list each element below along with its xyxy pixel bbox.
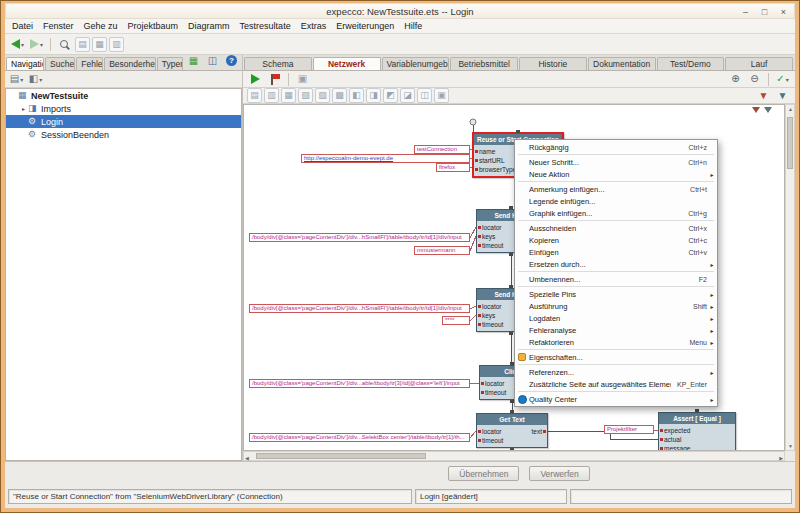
- value-label[interactable]: /body/div[@class='pageContentDiv']/div..…: [249, 304, 470, 313]
- value-label[interactable]: http://especcoalm-demo-evept.de: [301, 154, 470, 163]
- stop-button[interactable]: [266, 71, 283, 88]
- input-pin[interactable]: [478, 244, 481, 247]
- diagram-tool-12[interactable]: ▣: [434, 88, 449, 103]
- back-button[interactable]: ▾: [9, 36, 26, 53]
- context-menu-item-legende-einf-gen[interactable]: Legende einfügen...: [515, 195, 717, 207]
- value-label[interactable]: /body/div[@class='pageContentDiv']/div..…: [249, 233, 470, 242]
- toolbar-icon-1[interactable]: ▤: [75, 37, 90, 52]
- value-label[interactable]: Projektfilter: [604, 425, 654, 434]
- toolbar-icon-2[interactable]: ▦: [92, 37, 107, 52]
- context-menu-item-neuer-schritt[interactable]: Neuer Schritt...Ctrl+n: [515, 156, 717, 168]
- tab-netzwerk[interactable]: Netzwerk: [313, 57, 381, 70]
- titlebar[interactable]: expecco: NewTestsuite.ets -- Login –□×: [5, 3, 795, 19]
- input-pin[interactable]: [481, 391, 484, 394]
- tab-historie[interactable]: Historie: [519, 57, 587, 70]
- help-button[interactable]: ?: [223, 55, 240, 69]
- context-menu-item-neue-aktion[interactable]: Neue Aktion▸: [515, 168, 717, 180]
- context-menu-item-ausf-hrung[interactable]: AusführungShift▸: [515, 300, 717, 312]
- tab-schema[interactable]: Schema: [244, 57, 312, 70]
- tab-lauf[interactable]: Lauf: [725, 57, 793, 70]
- input-pin[interactable]: [478, 323, 481, 326]
- tab-suchen[interactable]: Suchen: [45, 57, 75, 70]
- context-menu-item-eigenschaften[interactable]: Eigenschaften...: [515, 351, 717, 363]
- syntax-check-button[interactable]: ✓▾: [774, 71, 791, 88]
- diagram-tool-10[interactable]: ◪: [400, 88, 415, 103]
- input-pin[interactable]: [478, 430, 481, 433]
- diagram-tool-1[interactable]: ▤: [247, 88, 262, 103]
- value-label[interactable]: mmustermann: [414, 246, 470, 255]
- tab-variablenumgebung[interactable]: Variablenumgebung: [382, 57, 450, 70]
- context-menu-item-fehleranalyse[interactable]: Fehleranalyse▸: [515, 324, 717, 336]
- context-menu-item-einf-gen[interactable]: EinfügenCtrl+v: [515, 246, 717, 258]
- context-menu-item-kopieren[interactable]: KopierenCtrl+c: [515, 234, 717, 246]
- diagram-tool-6[interactable]: ▩: [332, 88, 347, 103]
- value-label[interactable]: /body/div[@class='pageContentDiv']/div..…: [249, 433, 470, 442]
- maximize-button[interactable]: □: [755, 5, 774, 18]
- menubar-fenster[interactable]: Fenster: [38, 20, 79, 32]
- toolbar-icon-3[interactable]: ▥: [109, 37, 124, 52]
- input-pin[interactable]: [660, 447, 663, 450]
- search-button[interactable]: [56, 36, 73, 53]
- tab-betriebsmittel[interactable]: Betriebsmittel: [450, 57, 518, 70]
- block-get-text[interactable]: Get Textlocatortexttimeout: [476, 413, 548, 448]
- discard-button[interactable]: Verwerfen: [529, 466, 589, 481]
- category-dropdown[interactable]: ◧▾: [27, 71, 44, 88]
- context-menu-item-graphik-einf-gen[interactable]: Graphik einfügen...Ctrl+g: [515, 207, 717, 219]
- menubar-erweiterungen[interactable]: Erweiterungen: [331, 20, 399, 32]
- zoom-in-button[interactable]: ⊕: [727, 71, 744, 88]
- split-view-icon[interactable]: ◫: [204, 55, 221, 69]
- diagram-tool-8[interactable]: ◨: [366, 88, 381, 103]
- input-pin[interactable]: [475, 150, 478, 153]
- menubar-projektbaum[interactable]: Projektbaum: [123, 20, 184, 32]
- tab-navigation[interactable]: Navigation: [6, 57, 44, 70]
- context-menu-item-ausschneiden[interactable]: AusschneidenCtrl+x: [515, 222, 717, 234]
- context-menu-item-zus-tzliche-seite-auf-ausgew-hltes-element[interactable]: Zusätzliche Seite auf ausgewähltes Eleme…: [515, 378, 717, 390]
- tab-besonderheiten[interactable]: Besonderheiten: [104, 57, 156, 70]
- input-pin[interactable]: [481, 382, 484, 385]
- context-menu-item-refaktorieren[interactable]: RefaktorierenMenu▸: [515, 336, 717, 348]
- toolbar-icon-4[interactable]: ▣: [294, 71, 311, 88]
- context-menu-item-quality-center[interactable]: Quality Center▸: [515, 393, 717, 405]
- tree-item-sessionbeenden[interactable]: ⚙SessionBeenden: [6, 128, 241, 141]
- context-menu-item-anmerkung-einf-gen[interactable]: Anmerkung einfügen...Ctrl+t: [515, 183, 717, 195]
- tree-item-newtestsuite[interactable]: ▦NewTestsuite: [6, 89, 241, 102]
- value-label[interactable]: ****: [442, 316, 470, 325]
- context-menu-item-logdaten[interactable]: Logdaten▸: [515, 312, 717, 324]
- value-label[interactable]: /body/div[@class='pageContentDiv']/div..…: [249, 379, 470, 388]
- tab-fehler[interactable]: Fehler: [76, 57, 103, 70]
- tab-typen[interactable]: Typen: [157, 57, 183, 70]
- scroll-up-icon[interactable]: ▲: [788, 105, 793, 113]
- diagram-tool-4[interactable]: ▧: [298, 88, 313, 103]
- input-pin[interactable]: [660, 429, 663, 432]
- input-pin[interactable]: [478, 226, 481, 229]
- input-pin[interactable]: [475, 168, 478, 171]
- menubar-testresultate[interactable]: Testresultate: [235, 20, 296, 32]
- forward-button[interactable]: ▾: [28, 36, 45, 53]
- diagram-tool-9[interactable]: ◩: [383, 88, 398, 103]
- input-pin[interactable]: [475, 159, 478, 162]
- horizontal-scroll-thumb[interactable]: [256, 453, 426, 459]
- scroll-down-icon[interactable]: ▼: [788, 442, 793, 450]
- menubar-gehe-zu[interactable]: Gehe zu: [79, 20, 123, 32]
- input-pin[interactable]: [660, 438, 663, 441]
- menubar-extras[interactable]: Extras: [296, 20, 332, 32]
- tree-item-login[interactable]: ⚙Login: [6, 115, 241, 128]
- diagram-tool-2[interactable]: ▥: [264, 88, 279, 103]
- input-pin[interactable]: [478, 439, 481, 442]
- input-pin[interactable]: [478, 235, 481, 238]
- tab-test-demo[interactable]: Test/Demo: [657, 57, 725, 70]
- context-menu-item-umbenennen[interactable]: Umbenennen...F2: [515, 273, 717, 285]
- vertical-scroll-thumb[interactable]: [787, 117, 793, 169]
- minimize-button[interactable]: –: [736, 5, 755, 18]
- diagram-tool-11[interactable]: ◫: [417, 88, 432, 103]
- input-pin[interactable]: [478, 314, 481, 317]
- diagram-tool-3[interactable]: ▦: [281, 88, 296, 103]
- context-menu-item-ersetzen-durch[interactable]: Ersetzen durch...▸: [515, 258, 717, 270]
- menubar-diagramm[interactable]: Diagramm: [183, 20, 235, 32]
- tree-view-dropdown[interactable]: ▤▾: [8, 71, 25, 88]
- grid-view-icon[interactable]: ▦: [185, 55, 202, 69]
- horizontal-scrollbar[interactable]: ◀ ▶: [243, 451, 785, 461]
- output-pin[interactable]: [543, 430, 546, 433]
- menubar-datei[interactable]: Datei: [7, 20, 38, 32]
- marker-red-icon[interactable]: ▼: [755, 87, 772, 104]
